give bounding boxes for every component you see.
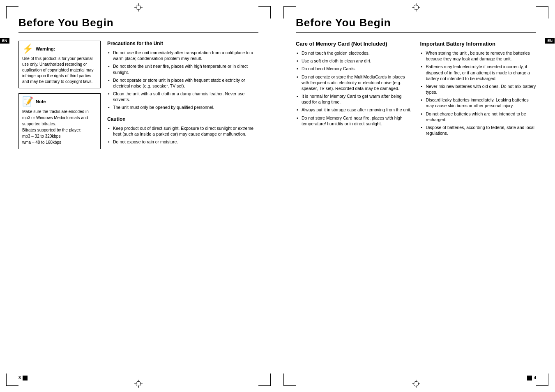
en-badge-right: EN — [545, 38, 555, 44]
crosshair-bottom-right — [412, 380, 420, 389]
list-item: Do not touch the golden electrodes. — [296, 50, 412, 56]
corner-mark-br — [536, 374, 548, 386]
right-column: Precautions for the Unit Do not use the … — [107, 41, 258, 154]
warning-text: Use of this product is for your personal… — [22, 56, 97, 85]
warning-title: Warning: — [36, 46, 55, 51]
crosshair-top-right — [412, 3, 420, 12]
warning-icon: ⚡ — [22, 44, 33, 53]
list-item: Do not store the unit near fire, places … — [107, 63, 258, 75]
list-item: Do not bend Memory Cards. — [296, 66, 412, 71]
note-title: Note — [36, 99, 46, 104]
page4-content: Care of Memory Card (Not Included) Do no… — [296, 41, 536, 142]
page3-content: ⚡ Warning: Use of this product is for yo… — [18, 41, 258, 154]
list-item: Use a soft dry cloth to clean any dirt. — [296, 58, 412, 64]
page3-number: 3 — [18, 376, 28, 380]
note-header: 📝 Note — [22, 97, 97, 106]
corner-mark-bl — [283, 374, 296, 386]
note-icon: 📝 — [22, 97, 33, 106]
corner-mark-tr — [258, 6, 271, 18]
memory-card-heading: Care of Memory Card (Not Included) — [296, 41, 412, 47]
precautions-section: Precautions for the Unit Do not use the … — [107, 41, 258, 111]
left-column: ⚡ Warning: Use of this product is for yo… — [18, 41, 101, 154]
precautions-heading: Precautions for the Unit — [107, 41, 258, 46]
note-text: Make sure the tracks are encoded in mp3 … — [22, 108, 97, 145]
battery-heading: Important Battery Information — [420, 41, 537, 47]
memory-card-list: Do not touch the golden electrodes. Use … — [296, 50, 412, 127]
list-item: Never mix new batteries with old ones. D… — [420, 83, 537, 95]
en-badge-left: EN — [0, 38, 9, 44]
corner-mark-bl — [6, 374, 18, 386]
battery-section: Important Battery Information When stori… — [420, 41, 537, 136]
page-3: Before You Begin EN ⚡ Warning: Use of th… — [0, 0, 277, 392]
list-item: Batteries may leak electrolyte if insert… — [420, 64, 537, 81]
caution-list: Keep product out of direct sunlight. Exp… — [107, 125, 258, 145]
battery-list: When storing the unit , be sure to remov… — [420, 50, 537, 136]
page-4: Before You Begin EN Care of Memory Card … — [277, 0, 555, 392]
list-item: The unit must only be opened by qualifie… — [107, 104, 258, 110]
battery-column: Important Battery Information When stori… — [420, 41, 537, 142]
page-num-square — [23, 376, 28, 380]
warning-header: ⚡ Warning: — [22, 44, 97, 53]
crosshair-bottom — [134, 380, 143, 389]
list-item: Always put it in storage case after remo… — [296, 107, 412, 113]
note-box: 📝 Note Make sure the tracks are encoded … — [18, 93, 101, 149]
list-item: Do not operate or store unit in places w… — [107, 77, 258, 89]
caution-heading: Caution — [107, 116, 258, 122]
page4-number: 4 — [527, 376, 536, 380]
list-item: When storing the unit , be sure to remov… — [420, 50, 537, 62]
list-item: Do not store Memory Card near fire, plac… — [296, 115, 412, 127]
list-item: Do not charge batteries which are not in… — [420, 111, 537, 122]
list-item: Do not operate or store the MultiMediaCa… — [296, 74, 412, 92]
memory-card-section: Care of Memory Card (Not Included) Do no… — [296, 41, 412, 127]
corner-mark-tl — [6, 6, 18, 18]
corner-mark-tr — [536, 6, 548, 18]
page4-title: Before You Begin — [296, 16, 536, 33]
page3-title: Before You Begin — [18, 16, 258, 33]
caution-section: Caution Keep product out of direct sunli… — [107, 116, 258, 145]
list-item: Do not expose to rain or moisture. — [107, 139, 258, 145]
list-item: Clean the unit with a soft cloth or a da… — [107, 91, 258, 102]
list-item: Dispose of batteries, according to feder… — [420, 125, 537, 136]
warning-box: ⚡ Warning: Use of this product is for yo… — [18, 41, 101, 88]
page-num-square-right — [527, 376, 532, 380]
corner-mark-br — [258, 374, 271, 386]
list-item: Keep product out of direct sunlight. Exp… — [107, 125, 258, 137]
list-item: Discard leaky batteries immediately. Lea… — [420, 97, 537, 108]
crosshair-top — [134, 3, 143, 12]
memory-card-column: Care of Memory Card (Not Included) Do no… — [296, 41, 412, 142]
corner-mark-tl — [283, 6, 296, 18]
precautions-list: Do not use the unit immediately after tr… — [107, 50, 258, 111]
list-item: Do not use the unit immediately after tr… — [107, 50, 258, 61]
list-item: It is normal for Memory Card to get warm… — [296, 93, 412, 105]
